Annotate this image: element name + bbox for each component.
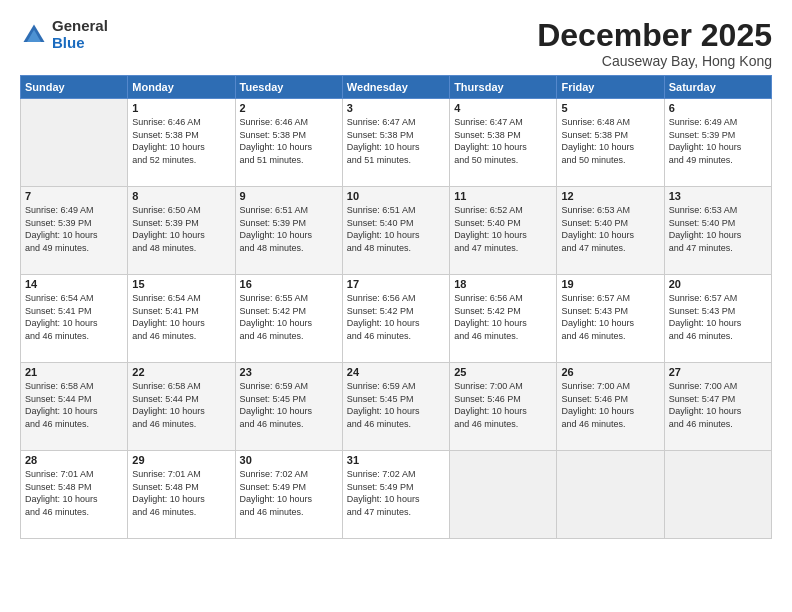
day-info: Sunrise: 7:01 AMSunset: 5:48 PMDaylight:… — [25, 468, 123, 518]
header-day-tuesday: Tuesday — [235, 76, 342, 99]
calendar-cell: 12Sunrise: 6:53 AMSunset: 5:40 PMDayligh… — [557, 187, 664, 275]
calendar-cell: 30Sunrise: 7:02 AMSunset: 5:49 PMDayligh… — [235, 451, 342, 539]
calendar-cell: 20Sunrise: 6:57 AMSunset: 5:43 PMDayligh… — [664, 275, 771, 363]
day-info: Sunrise: 7:00 AMSunset: 5:47 PMDaylight:… — [669, 380, 767, 430]
calendar-cell: 9Sunrise: 6:51 AMSunset: 5:39 PMDaylight… — [235, 187, 342, 275]
day-number: 19 — [561, 278, 659, 290]
calendar-cell: 7Sunrise: 6:49 AMSunset: 5:39 PMDaylight… — [21, 187, 128, 275]
day-info: Sunrise: 6:54 AMSunset: 5:41 PMDaylight:… — [25, 292, 123, 342]
day-number: 8 — [132, 190, 230, 202]
day-info: Sunrise: 6:53 AMSunset: 5:40 PMDaylight:… — [561, 204, 659, 254]
calendar-cell: 10Sunrise: 6:51 AMSunset: 5:40 PMDayligh… — [342, 187, 449, 275]
day-info: Sunrise: 6:58 AMSunset: 5:44 PMDaylight:… — [25, 380, 123, 430]
day-number: 12 — [561, 190, 659, 202]
week-row-1: 7Sunrise: 6:49 AMSunset: 5:39 PMDaylight… — [21, 187, 772, 275]
logo: General Blue — [20, 18, 108, 51]
calendar-cell: 31Sunrise: 7:02 AMSunset: 5:49 PMDayligh… — [342, 451, 449, 539]
day-info: Sunrise: 6:49 AMSunset: 5:39 PMDaylight:… — [669, 116, 767, 166]
calendar-cell: 23Sunrise: 6:59 AMSunset: 5:45 PMDayligh… — [235, 363, 342, 451]
week-row-4: 28Sunrise: 7:01 AMSunset: 5:48 PMDayligh… — [21, 451, 772, 539]
day-number: 6 — [669, 102, 767, 114]
day-number: 2 — [240, 102, 338, 114]
day-info: Sunrise: 6:48 AMSunset: 5:38 PMDaylight:… — [561, 116, 659, 166]
logo-text: General Blue — [52, 18, 108, 51]
day-number: 15 — [132, 278, 230, 290]
header-day-monday: Monday — [128, 76, 235, 99]
calendar-cell: 2Sunrise: 6:46 AMSunset: 5:38 PMDaylight… — [235, 99, 342, 187]
day-number: 16 — [240, 278, 338, 290]
calendar-cell — [557, 451, 664, 539]
day-info: Sunrise: 6:46 AMSunset: 5:38 PMDaylight:… — [132, 116, 230, 166]
calendar-cell: 24Sunrise: 6:59 AMSunset: 5:45 PMDayligh… — [342, 363, 449, 451]
day-number: 14 — [25, 278, 123, 290]
header-day-wednesday: Wednesday — [342, 76, 449, 99]
calendar-header: SundayMondayTuesdayWednesdayThursdayFrid… — [21, 76, 772, 99]
calendar-cell: 18Sunrise: 6:56 AMSunset: 5:42 PMDayligh… — [450, 275, 557, 363]
day-number: 9 — [240, 190, 338, 202]
day-info: Sunrise: 6:50 AMSunset: 5:39 PMDaylight:… — [132, 204, 230, 254]
calendar-cell: 6Sunrise: 6:49 AMSunset: 5:39 PMDaylight… — [664, 99, 771, 187]
logo-general: General — [52, 18, 108, 35]
day-info: Sunrise: 6:46 AMSunset: 5:38 PMDaylight:… — [240, 116, 338, 166]
calendar-cell: 22Sunrise: 6:58 AMSunset: 5:44 PMDayligh… — [128, 363, 235, 451]
day-info: Sunrise: 7:00 AMSunset: 5:46 PMDaylight:… — [454, 380, 552, 430]
header-day-thursday: Thursday — [450, 76, 557, 99]
calendar-cell — [450, 451, 557, 539]
day-info: Sunrise: 6:55 AMSunset: 5:42 PMDaylight:… — [240, 292, 338, 342]
day-info: Sunrise: 6:51 AMSunset: 5:40 PMDaylight:… — [347, 204, 445, 254]
day-number: 13 — [669, 190, 767, 202]
calendar-table: SundayMondayTuesdayWednesdayThursdayFrid… — [20, 75, 772, 539]
calendar-cell: 21Sunrise: 6:58 AMSunset: 5:44 PMDayligh… — [21, 363, 128, 451]
calendar-cell: 4Sunrise: 6:47 AMSunset: 5:38 PMDaylight… — [450, 99, 557, 187]
day-info: Sunrise: 6:58 AMSunset: 5:44 PMDaylight:… — [132, 380, 230, 430]
calendar-cell: 14Sunrise: 6:54 AMSunset: 5:41 PMDayligh… — [21, 275, 128, 363]
month-title: December 2025 — [537, 18, 772, 53]
day-number: 29 — [132, 454, 230, 466]
logo-blue: Blue — [52, 35, 108, 52]
day-info: Sunrise: 6:57 AMSunset: 5:43 PMDaylight:… — [669, 292, 767, 342]
day-number: 30 — [240, 454, 338, 466]
day-number: 22 — [132, 366, 230, 378]
calendar-cell: 8Sunrise: 6:50 AMSunset: 5:39 PMDaylight… — [128, 187, 235, 275]
day-info: Sunrise: 6:54 AMSunset: 5:41 PMDaylight:… — [132, 292, 230, 342]
header: General Blue December 2025 Causeway Bay,… — [20, 18, 772, 69]
day-number: 4 — [454, 102, 552, 114]
day-number: 1 — [132, 102, 230, 114]
day-info: Sunrise: 6:47 AMSunset: 5:38 PMDaylight:… — [454, 116, 552, 166]
page: General Blue December 2025 Causeway Bay,… — [0, 0, 792, 612]
location: Causeway Bay, Hong Kong — [537, 53, 772, 69]
day-info: Sunrise: 6:47 AMSunset: 5:38 PMDaylight:… — [347, 116, 445, 166]
day-number: 24 — [347, 366, 445, 378]
calendar-cell: 29Sunrise: 7:01 AMSunset: 5:48 PMDayligh… — [128, 451, 235, 539]
header-day-saturday: Saturday — [664, 76, 771, 99]
day-info: Sunrise: 6:51 AMSunset: 5:39 PMDaylight:… — [240, 204, 338, 254]
calendar-cell: 5Sunrise: 6:48 AMSunset: 5:38 PMDaylight… — [557, 99, 664, 187]
day-number: 7 — [25, 190, 123, 202]
day-info: Sunrise: 6:49 AMSunset: 5:39 PMDaylight:… — [25, 204, 123, 254]
calendar-cell — [664, 451, 771, 539]
day-info: Sunrise: 7:02 AMSunset: 5:49 PMDaylight:… — [347, 468, 445, 518]
calendar-cell: 17Sunrise: 6:56 AMSunset: 5:42 PMDayligh… — [342, 275, 449, 363]
day-number: 20 — [669, 278, 767, 290]
calendar-cell: 27Sunrise: 7:00 AMSunset: 5:47 PMDayligh… — [664, 363, 771, 451]
day-number: 18 — [454, 278, 552, 290]
day-info: Sunrise: 7:00 AMSunset: 5:46 PMDaylight:… — [561, 380, 659, 430]
calendar-cell: 26Sunrise: 7:00 AMSunset: 5:46 PMDayligh… — [557, 363, 664, 451]
day-number: 10 — [347, 190, 445, 202]
calendar-cell: 1Sunrise: 6:46 AMSunset: 5:38 PMDaylight… — [128, 99, 235, 187]
day-number: 31 — [347, 454, 445, 466]
week-row-3: 21Sunrise: 6:58 AMSunset: 5:44 PMDayligh… — [21, 363, 772, 451]
day-info: Sunrise: 7:02 AMSunset: 5:49 PMDaylight:… — [240, 468, 338, 518]
calendar-cell — [21, 99, 128, 187]
day-number: 25 — [454, 366, 552, 378]
header-day-friday: Friday — [557, 76, 664, 99]
day-info: Sunrise: 6:56 AMSunset: 5:42 PMDaylight:… — [454, 292, 552, 342]
day-info: Sunrise: 6:52 AMSunset: 5:40 PMDaylight:… — [454, 204, 552, 254]
day-info: Sunrise: 7:01 AMSunset: 5:48 PMDaylight:… — [132, 468, 230, 518]
header-day-sunday: Sunday — [21, 76, 128, 99]
calendar-cell: 3Sunrise: 6:47 AMSunset: 5:38 PMDaylight… — [342, 99, 449, 187]
calendar-cell: 13Sunrise: 6:53 AMSunset: 5:40 PMDayligh… — [664, 187, 771, 275]
calendar-body: 1Sunrise: 6:46 AMSunset: 5:38 PMDaylight… — [21, 99, 772, 539]
calendar-cell: 19Sunrise: 6:57 AMSunset: 5:43 PMDayligh… — [557, 275, 664, 363]
day-number: 23 — [240, 366, 338, 378]
